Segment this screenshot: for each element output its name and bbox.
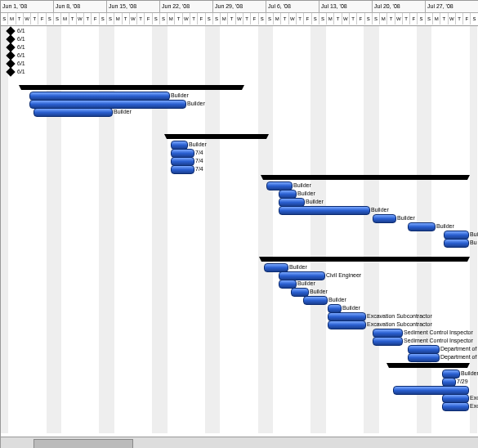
day-header-cell: W [130,13,137,25]
day-header-cell: W [449,13,456,25]
week-header-cell: Jul 13, '08 [319,1,373,12]
day-header-cell: M [168,13,175,25]
day-header-cell: W [236,13,243,25]
task-label: Excavation Subcontractor [367,312,432,320]
task-bar[interactable] [444,239,469,248]
day-header-cell: F [357,13,364,25]
task-label: 7/4 [195,149,203,157]
day-header-cell: F [304,13,311,25]
task-bar[interactable] [328,320,366,329]
day-header-cell: F [38,13,46,25]
weekend-column [310,26,318,433]
day-header-cell: W [24,13,31,25]
task-label: Builder [289,263,307,271]
day-header-cell: T [281,13,288,25]
day-header-cell: S [266,13,274,25]
day-header-cell: T [16,13,24,25]
day-header-cell: S [426,13,433,25]
task-label: Excavation Subcont [470,394,478,402]
task-bar[interactable] [442,402,469,411]
day-header-cell: W [342,13,350,25]
day-header-cell: M [274,13,281,25]
timeline-header: Jun 1, '08Jun 8, '08Jun 15, '08Jun 22, '… [1,1,478,26]
task-label: Builder [171,92,189,100]
task-bar[interactable] [303,296,328,305]
task-bar[interactable] [171,165,194,174]
week-header-cell: Jun 1, '08 [1,1,54,12]
task-label: Excavation [470,402,478,410]
week-header-cell: Jul 20, '08 [373,1,426,12]
weekend-column [371,26,378,433]
day-header-cell: F [463,13,471,25]
day-header-cell: S [54,13,61,25]
week-header-cell: Jun 8, '08 [54,1,107,12]
day-header-cell: T [175,13,182,25]
day-header-cell: S [213,13,221,25]
day-header-cell: M [327,13,334,25]
day-header-cell: S [312,13,319,25]
weekend-column [1,26,8,433]
task-label: 7/4 [195,165,203,173]
task-label: Excavation Subcontractor [367,320,432,329]
day-header-cell: T [228,13,235,25]
task-label: Builder [328,296,346,304]
day-header-cell: M [114,13,122,25]
week-header-cell: Jun 15, '08 [107,1,160,12]
day-header-cell: S [100,13,107,25]
day-header-cell: W [183,13,190,25]
gantt-chart: Jun 1, '08Jun 8, '08Jun 15, '08Jun 22, '… [0,0,478,448]
task-bar[interactable] [373,214,396,223]
day-header-cell: S [47,13,54,25]
day-header-cell: T [297,13,304,25]
day-header-cell: F [410,13,418,25]
summary-bar[interactable] [389,363,467,368]
milestone-label: 6/1 [17,60,25,68]
day-header-cell: S [107,13,114,25]
task-label: Department of Permits & [440,345,478,353]
task-label: Builder [461,370,478,378]
task-label: Sediment Control Inspector [404,329,473,337]
week-header-cell: Jul 27, '08 [426,1,478,12]
task-label: 7/4 [195,157,203,165]
horizontal-scrollbar[interactable] [1,437,478,448]
day-header-cell: M [433,13,440,25]
task-label: Builder [470,231,478,239]
summary-bar[interactable] [263,175,467,180]
day-header-cell: S [373,13,380,25]
day-header-cell: F [145,13,152,25]
day-header-cell: T [137,13,145,25]
day-header-cell: T [440,13,448,25]
day-header-cell: F [92,13,99,25]
task-bar[interactable] [408,353,440,362]
day-header-cell: S [319,13,327,25]
weekend-column [258,26,266,433]
milestone-label: 6/1 [17,35,25,43]
scrollbar-thumb[interactable] [34,439,133,448]
task-label: Department of Permits [440,353,478,361]
weekend-column [266,26,273,433]
day-header-cell: S [259,13,266,25]
task-bar[interactable] [279,206,370,215]
summary-bar[interactable] [167,134,266,139]
task-bar[interactable] [34,108,113,117]
summary-bar[interactable] [261,257,467,262]
day-header-cell: W [77,13,84,25]
day-header-cell: T [387,13,395,25]
day-header-cell: T [456,13,463,25]
summary-bar[interactable] [21,85,242,90]
task-label: Builder [397,214,415,222]
day-header-cell: W [395,13,403,25]
gantt-body[interactable]: 6/16/16/16/16/16/1BuilderBuilderBuilderB… [1,26,478,433]
day-header-cell: T [84,13,92,25]
task-bar[interactable] [373,337,403,346]
day-header-cell: T [243,13,251,25]
milestone-label: 6/1 [17,43,25,52]
day-header-cell: T [403,13,410,25]
day-header-cell: F [198,13,205,25]
day-header-cell: M [221,13,228,25]
task-label: Builder [306,198,324,206]
task-label: Bu [470,239,477,247]
task-bar[interactable] [408,222,436,231]
task-label: Builder [436,222,454,231]
day-header-cell: S [1,13,8,25]
